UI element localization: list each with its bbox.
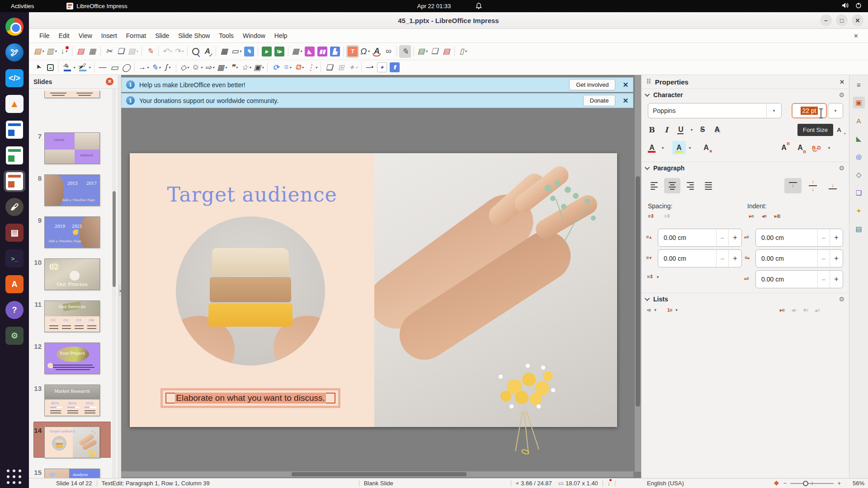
spin-minus[interactable]: − [717,234,728,242]
align-justify-button[interactable] [700,178,717,193]
slide-thumbnail-11[interactable]: 11 Our Services O1 O2 O3 O4 [29,300,111,332]
paste-button[interactable]: ▤▾ [127,45,139,58]
toggle-extrusion-button[interactable]: ⬆ [388,61,401,74]
spacing-below-value[interactable]: 0.00 cm [658,255,716,262]
flowchart-button[interactable]: ▦▾ [216,61,228,74]
lists-section-header[interactable]: Lists ⚙ [642,293,849,305]
slide-count[interactable]: Slide 14 of 22 [56,480,92,487]
vertical-scrollbar-thumb[interactable] [636,176,640,407]
character-spacing-button[interactable]: B-D↔ [810,141,823,155]
software-center-icon[interactable]: A [4,273,25,295]
textbox-selection-frame[interactable]: Elaborate on what you want to discuss. [160,388,340,408]
slide-thumbnail-15[interactable]: 15 Analysis [29,469,111,478]
indent-first-line-spinner[interactable]: 0.00 cm − + [755,270,843,288]
move-up-button[interactable]: ▴≡ [815,307,820,313]
menu-window[interactable]: Window [239,30,269,41]
bold-button[interactable]: B [645,123,659,136]
insert-chart-button[interactable]: ▙ [329,45,341,58]
donate-button[interactable]: Donate [583,95,616,106]
highlight-color-button[interactable]: A [672,141,686,155]
vscode-icon[interactable]: </> [4,67,25,89]
menu-slide-show[interactable]: Slide Show [174,30,214,41]
get-involved-button[interactable]: Get involved [569,79,615,90]
indent-first-value[interactable]: 0.00 cm [756,276,817,283]
ordered-list-button[interactable]: 1≡ [667,307,672,313]
menu-format[interactable]: Format [122,30,150,41]
menu-view[interactable]: View [75,30,96,41]
libreoffice-impress-icon[interactable] [4,170,25,192]
paragraph-settings-icon[interactable]: ⚙ [839,164,844,172]
unsaved-changes-icon[interactable]: ↓ [608,480,611,487]
find-replace-button[interactable] [190,45,202,58]
clear-formatting-button[interactable]: A [699,141,713,155]
crop-button[interactable]: ⊞ [335,61,347,74]
help-icon[interactable]: ? [4,299,25,321]
clone-formatting-button[interactable]: ✎ [144,45,156,58]
decrease-font-size-button[interactable]: A↓ [832,123,846,136]
menu-file[interactable]: File [35,30,54,41]
increase-spacing-button[interactable]: ≡⇕ [648,213,654,219]
slide-editing-area[interactable]: Target audience Elaborate on what you wa… [130,153,617,427]
ellipse-button[interactable]: ◯ [120,61,132,74]
zoom-slider[interactable] [790,483,834,484]
insert-text-box-button[interactable]: T [346,45,359,58]
shadow-button[interactable]: ❏ [323,61,335,74]
font-name-combobox[interactable]: Poppins ▾ [648,103,782,118]
close-document-icon[interactable]: ✕ [849,31,863,41]
symbol-shapes-button[interactable]: ☺▾ [190,61,203,74]
show-applications-icon[interactable] [4,466,25,488]
character-section-header[interactable]: Character ⚙ [642,89,849,100]
promote-button[interactable]: ◂≡ [792,307,796,313]
font-size-dropdown[interactable]: ▾ [828,103,843,118]
spin-plus[interactable]: + [729,254,741,263]
indent-before-spinner[interactable]: 0.00 cm − + [755,229,843,247]
spin-minus[interactable]: − [818,234,830,242]
selected-text[interactable]: Elaborate on what you want to discuss. [175,393,326,404]
align-bottom-button[interactable]: ↓ [824,178,841,193]
cut-button[interactable]: ✂ [103,45,115,58]
font-color-dropdown-icon[interactable]: ▾ [660,141,666,155]
underline-dropdown-icon[interactable]: ▾ [689,123,695,136]
horizontal-scrollbar-thumb[interactable] [292,472,467,476]
line-color-button[interactable]: ✎▾ [61,61,76,74]
move-down-button[interactable]: ▾≡ [803,307,808,313]
character-settings-icon[interactable]: ⚙ [839,91,844,99]
demote-button[interactable]: ▸≡ [780,307,784,313]
start-from-first-slide-button[interactable]: ▶ [260,45,273,58]
zoom-level[interactable]: 56% [847,480,864,487]
3d-objects-button[interactable]: ▣▾ [252,61,265,74]
underline-button[interactable]: U [674,123,688,136]
zoom-pan-button[interactable]: + [44,61,56,74]
new-button[interactable]: ▤▾ [33,45,45,58]
special-character-button[interactable]: Ω▾ [359,45,371,58]
new-slide-button[interactable]: ▤▾ [416,45,429,58]
slide-layout-button[interactable]: ▯▾ [457,45,469,58]
slide-layout-name[interactable]: Blank Slide [364,480,393,487]
activities-button[interactable]: Activities [11,3,34,9]
focused-app-menu[interactable]: LibreOffice Impress [66,3,127,9]
chrome-icon[interactable] [4,16,25,38]
slide-soap-photo[interactable] [176,216,325,366]
arrange-button[interactable]: ⧉▾ [293,61,305,74]
save-button[interactable]: ↓▾ [58,45,70,58]
superscript-button[interactable]: A [777,141,791,155]
menu-help[interactable]: Help [270,30,292,41]
spin-minus[interactable]: − [717,255,728,263]
tweaks-icon[interactable]: ⚙ [4,325,25,347]
strikethrough-button[interactable]: S [696,123,709,136]
libreoffice-writer-icon[interactable] [4,119,25,141]
insert-line-button[interactable]: — [97,61,108,74]
horizontal-scrollbar[interactable] [121,471,633,477]
lines-arrows-button[interactable]: →▾ [137,61,150,74]
decrease-indent-button[interactable]: ◂≡ [762,213,766,219]
spacing-above-value[interactable]: 0.00 cm [658,234,716,241]
align-left-button[interactable] [646,178,662,193]
tab-master-slides[interactable]: ▤ [853,223,865,235]
line-spacing-button[interactable]: ≡⇕ [647,274,653,280]
ordered-list-dropdown-icon[interactable]: ▾ [675,308,678,312]
start-from-current-slide-button[interactable]: ‖▶ [273,45,286,58]
close-button[interactable]: ✕ [852,14,863,26]
select-tool-button[interactable]: ➤ [33,61,44,74]
properties-close-icon[interactable]: ✕ [840,79,844,85]
show-draw-functions-button[interactable]: ✎ [399,45,411,58]
